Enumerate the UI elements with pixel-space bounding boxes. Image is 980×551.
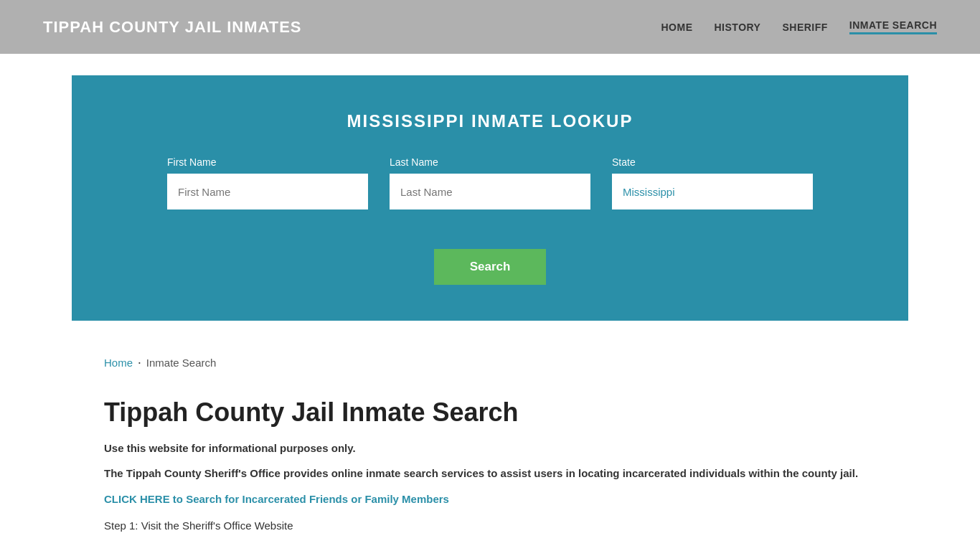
nav-history[interactable]: HISTORY	[715, 22, 761, 33]
page-title: Tippah County Jail Inmate Search	[104, 397, 876, 428]
search-banner: MISSISSIPPI INMATE LOOKUP First Name Las…	[72, 75, 908, 321]
nav-inmate-search[interactable]: INMATE SEARCH	[849, 19, 937, 34]
breadcrumb-current: Inmate Search	[146, 357, 217, 369]
site-title: TIPPAH COUNTY JAIL INMATES	[43, 18, 302, 37]
search-button[interactable]: Search	[434, 249, 547, 285]
info-line2: The Tippah County Sheriff's Office provi…	[104, 465, 876, 482]
last-name-label: Last Name	[390, 156, 438, 168]
last-name-group: Last Name	[390, 156, 590, 209]
state-label: State	[612, 156, 636, 168]
nav-home[interactable]: HOME	[661, 22, 693, 33]
inmate-search-form: First Name Last Name State Search	[115, 156, 865, 285]
main-content: Tippah County Jail Inmate Search Use thi…	[0, 383, 980, 551]
last-name-input[interactable]	[390, 174, 590, 209]
step-text: Step 1: Visit the Sheriff's Office Websi…	[104, 519, 876, 532]
first-name-label: First Name	[167, 156, 216, 168]
breadcrumb-separator: •	[138, 359, 141, 366]
banner-title: MISSISSIPPI INMATE LOOKUP	[115, 111, 865, 131]
breadcrumb-home-link[interactable]: Home	[104, 357, 133, 369]
header: TIPPAH COUNTY JAIL INMATES HOME HISTORY …	[0, 0, 980, 54]
first-name-group: First Name	[167, 156, 368, 209]
state-group: State	[612, 156, 813, 209]
nav-sheriff[interactable]: SHERIFF	[782, 22, 827, 33]
first-name-input[interactable]	[167, 174, 368, 209]
click-here-link[interactable]: CLICK HERE to Search for Incarcerated Fr…	[104, 493, 876, 505]
state-input[interactable]	[612, 174, 813, 209]
info-line1: Use this website for informational purpo…	[104, 442, 876, 454]
breadcrumb: Home • Inmate Search	[0, 342, 980, 383]
navigation: HOME HISTORY SHERIFF INMATE SEARCH	[661, 19, 938, 34]
